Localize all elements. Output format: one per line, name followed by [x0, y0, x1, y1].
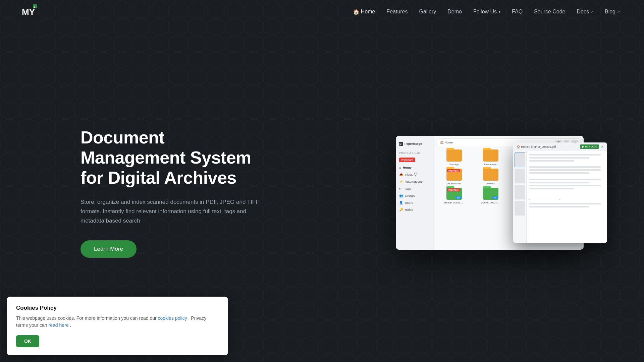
cookies-text-content: This webpage uses cookies. For more info… — [16, 315, 158, 321]
file-brother-275[interactable]: pdf brother_006275.pdf — [474, 188, 507, 204]
doc-line — [529, 206, 589, 207]
folder-vertraege[interactable]: Verträge — [437, 149, 471, 166]
groups-icon: 👥 — [399, 194, 403, 197]
tags-icon: 🏷 — [399, 187, 402, 190]
sidebar-home-icon: ⌂ — [399, 166, 401, 169]
folder-freizeit[interactable]: Freizeit — [474, 169, 507, 185]
nav-follow-us-label: Follow Us — [473, 9, 497, 15]
nav-features[interactable]: Features — [382, 7, 412, 17]
nav-source-code-label: Source Code — [534, 9, 565, 15]
cookies-banner: Cookies Policy This webpage uses cookies… — [7, 297, 228, 355]
external-link-icon-blog: ↗ — [617, 10, 620, 14]
folder-icon — [483, 169, 498, 181]
nav-follow-us[interactable]: Follow Us ▾ — [469, 7, 504, 17]
doc-thumb-3[interactable] — [515, 185, 525, 199]
nav-home[interactable]: 🏠 Home — [349, 7, 379, 17]
important-tag: Important — [447, 188, 460, 191]
folder-icon — [446, 149, 462, 162]
logo-link[interactable]: MY 2 — [20, 3, 38, 20]
sidebar-item-groups[interactable]: 👥 Groups — [396, 192, 434, 199]
spacer — [529, 175, 604, 179]
doc-line — [529, 179, 601, 180]
sidebar-item-users[interactable]: 👤 Users — [396, 199, 434, 206]
external-link-icon: ↗ — [590, 10, 593, 14]
doc-line — [529, 169, 601, 171]
folder-label: Einkommen — [484, 163, 497, 166]
app-logo-icon: M — [399, 142, 403, 146]
folder-label: Freizeit — [487, 182, 495, 185]
sidebar-tag-important[interactable]: Important — [396, 156, 434, 164]
cookies-ok-button[interactable]: OK — [16, 335, 39, 347]
nav-docs-label: Docs — [577, 9, 589, 15]
folder-icon — [483, 149, 498, 162]
nav-features-label: Features — [386, 9, 408, 15]
folder-lebensmittel[interactable]: Important Lebensmittel — [437, 169, 471, 185]
logo-icon: MY 2 — [20, 3, 38, 20]
sidebar-item-inbox[interactable]: 📥 Inbox (0) — [396, 171, 434, 178]
doc-thumb-2[interactable] — [515, 169, 525, 183]
doc-line — [529, 185, 601, 186]
inbox-icon: 📥 — [399, 173, 403, 176]
file-icon-b: Important pdf — [446, 188, 462, 200]
folder-label: brother_006291.pdf — [444, 201, 464, 204]
cookies-policy-link[interactable]: cookies policy — [158, 315, 187, 321]
breadcrumb-text: 🏠 Home / brother_006291.pdf — [517, 145, 578, 148]
hero-title: Document Management System for Digital A… — [80, 128, 268, 188]
nav-blog[interactable]: Blog ↗ — [601, 7, 624, 17]
doc-detail-panel: 🏠 Home / brother_006291.pdf ▶ Run OCR ✕ — [513, 142, 607, 243]
hero-text: Document Management System for Digital A… — [80, 128, 268, 258]
nav-source-code[interactable]: Source Code — [530, 7, 569, 17]
app-screenshot: M Papermerge Pinned Tags Important ⌂ Hom… — [396, 136, 584, 250]
nav-faq-label: FAQ — [512, 9, 523, 15]
learn-more-button[interactable]: Learn More — [80, 240, 137, 258]
important-badge: Important — [399, 158, 415, 162]
file-icon-c: pdf — [483, 188, 498, 200]
read-here-link[interactable]: read here — [48, 322, 68, 328]
folder-icon: Important — [446, 169, 462, 181]
sidebar-item-roles[interactable]: 🔑 Roles — [396, 206, 434, 213]
users-icon: 👤 — [399, 201, 403, 204]
nav-links: 🏠 Home Features Gallery Demo Follow Us ▾ — [349, 7, 624, 17]
cookies-title: Cookies Policy — [16, 305, 219, 311]
file-brother-291b[interactable]: Important pdf brother_006291.pdf — [437, 188, 471, 204]
nav-home-label: Home — [361, 9, 375, 15]
doc-panel-content — [513, 151, 607, 243]
spacer — [529, 191, 604, 194]
doc-line — [529, 203, 601, 204]
breadcrumb: 🏠 Home — [440, 141, 453, 144]
file-type-tag-3: pdf — [492, 196, 498, 199]
home-icon: 🏠 — [353, 9, 360, 15]
run-ocr-button[interactable]: ▶ Run OCR — [580, 144, 599, 149]
nav-demo[interactable]: Demo — [443, 7, 466, 17]
folder-einkommen[interactable]: Einkommen — [474, 149, 507, 166]
folder-important-tag: Important — [447, 169, 460, 172]
svg-text:2: 2 — [34, 5, 35, 8]
nav-docs[interactable]: Docs ↗ — [573, 7, 597, 17]
doc-line — [529, 160, 574, 162]
doc-preview — [527, 151, 607, 243]
folder-label: Verträge — [449, 163, 459, 166]
doc-thumb-4[interactable] — [515, 201, 525, 216]
sidebar-item-tags[interactable]: 🏷 Tags — [396, 185, 434, 192]
hero-description: Store, organize and index scanned docume… — [80, 197, 268, 226]
sidebar-pinned-tags-label: Pinned Tags — [399, 151, 431, 155]
app-sidebar-logo: M Papermerge — [396, 139, 434, 148]
roles-icon: 🔑 — [399, 208, 403, 212]
doc-panel-topbar: 🏠 Home / brother_006291.pdf ▶ Run OCR ✕ — [513, 142, 607, 151]
doc-thumb-1[interactable] — [515, 153, 525, 167]
nav-gallery-label: Gallery — [419, 9, 436, 15]
cookies-period: . — [70, 322, 71, 328]
nav-faq[interactable]: FAQ — [508, 7, 527, 17]
svg-text:MY: MY — [22, 7, 35, 17]
doc-thumbnail-strip — [513, 151, 527, 243]
nav-gallery[interactable]: Gallery — [415, 7, 440, 17]
sidebar-item-automations[interactable]: ⚡ Automations — [396, 178, 434, 185]
doc-line — [529, 182, 589, 183]
folder-label: Lebensmittel — [447, 182, 461, 185]
screenshot-wrapper: M Papermerge Pinned Tags Important ⌂ Hom… — [396, 136, 584, 250]
close-panel-button[interactable]: ✕ — [601, 145, 604, 148]
doc-line — [529, 188, 574, 189]
sidebar-item-home[interactable]: ⌂ Home — [396, 164, 434, 171]
doc-line — [529, 157, 589, 159]
doc-line — [529, 172, 589, 174]
